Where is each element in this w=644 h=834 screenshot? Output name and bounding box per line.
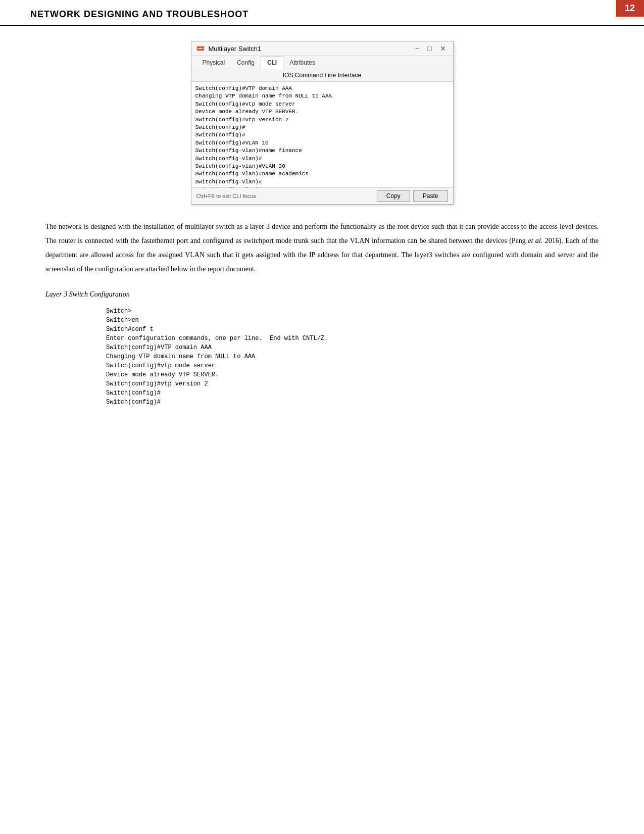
tab-attributes[interactable]: Attributes <box>283 56 321 69</box>
close-button[interactable]: ✕ <box>438 44 448 53</box>
ios-heading: IOS Command Line Interface <box>191 69 453 82</box>
simulator-tabs: Physical Config CLI Attributes <box>191 56 453 69</box>
simulator-title: Multilayer Switch1 <box>209 45 262 53</box>
titlebar-controls: − □ ✕ <box>413 44 448 53</box>
switch-icon <box>196 44 205 53</box>
body-paragraph: The network is designed with the install… <box>45 220 599 276</box>
tab-cli[interactable]: CLI <box>261 56 283 69</box>
svg-point-1 <box>197 48 199 49</box>
code-block: Switch> Switch>en Switch#conf t Enter co… <box>106 307 599 407</box>
tab-config[interactable]: Config <box>231 56 261 69</box>
simulator-bottombar: Ctrl+F6 to exit CLI focus Copy Paste <box>191 188 453 204</box>
svg-point-3 <box>200 48 201 49</box>
paste-button[interactable]: Paste <box>413 190 448 202</box>
cli-output[interactable]: Switch(config)#VTP domain AAA Changing V… <box>191 82 453 188</box>
section-heading: Layer 3 Switch Configuration <box>45 290 599 299</box>
minimize-button[interactable]: − <box>413 44 421 53</box>
svg-point-5 <box>203 48 204 49</box>
sim-action-buttons: Copy Paste <box>377 190 448 202</box>
cli-hint: Ctrl+F6 to exit CLI focus <box>196 193 256 199</box>
titlebar-left: Multilayer Switch1 <box>196 44 262 53</box>
svg-point-2 <box>199 48 200 49</box>
svg-point-4 <box>201 48 202 49</box>
content-area: Multilayer Switch1 − □ ✕ Physical Config… <box>0 41 644 407</box>
simulator-window: Multilayer Switch1 − □ ✕ Physical Config… <box>191 41 454 205</box>
page-title: NETWORK DESIGNING AND TROUBLESHOOT <box>30 9 614 20</box>
page-header: NETWORK DESIGNING AND TROUBLESHOOT <box>0 0 644 26</box>
restore-button[interactable]: □ <box>425 44 433 53</box>
tab-physical[interactable]: Physical <box>196 56 231 69</box>
copy-button[interactable]: Copy <box>377 190 410 202</box>
simulator-titlebar: Multilayer Switch1 − □ ✕ <box>191 41 453 56</box>
